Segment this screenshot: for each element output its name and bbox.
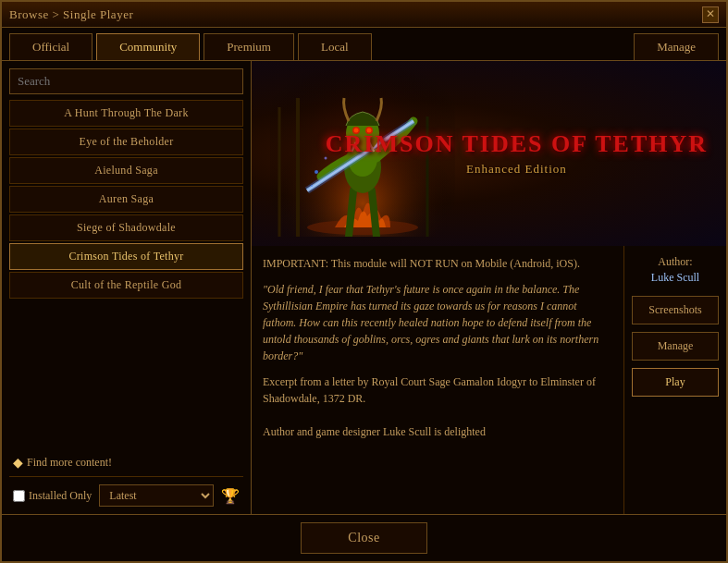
tab-community[interactable]: Community: [96, 33, 200, 60]
close-window-button[interactable]: ✕: [702, 6, 719, 23]
module-item-crimson[interactable]: Crimson Tides of Tethyr: [9, 243, 243, 270]
find-more-icon: ◆: [13, 455, 23, 471]
svg-point-19: [311, 185, 313, 187]
main-content: A Hunt Through The Dark Eye of the Behol…: [2, 61, 726, 514]
installed-only-label: Installed Only: [29, 489, 92, 503]
title-bar: Browse > Single Player ✕: [2, 2, 726, 28]
tab-official[interactable]: Official: [9, 33, 93, 60]
find-more-link[interactable]: ◆ Find more content!: [9, 449, 243, 476]
description-more-text: Author and game designer Luke Scull is d…: [263, 423, 612, 440]
window-title: Browse > Single Player: [9, 7, 133, 22]
author-name: Luke Scull: [651, 271, 699, 285]
module-item-hunt[interactable]: A Hunt Through The Dark: [9, 100, 243, 127]
right-panel: CRIMSON TIDES OF TETHYR Enhanced Edition…: [252, 61, 726, 514]
tab-premium[interactable]: Premium: [204, 33, 294, 60]
module-item-siege[interactable]: Siege of Shadowdale: [9, 214, 243, 241]
close-button[interactable]: Close: [301, 522, 426, 554]
description-italic-text: "Old friend, I fear that Tethyr's future…: [263, 281, 612, 364]
left-panel: A Hunt Through The Dark Eye of the Behol…: [2, 61, 252, 514]
version-select[interactable]: Latest: [99, 484, 214, 507]
installed-only-checkbox-label[interactable]: Installed Only: [13, 489, 92, 503]
installed-only-checkbox[interactable]: [13, 490, 25, 502]
module-item-auren[interactable]: Auren Saga: [9, 186, 243, 213]
tabs-bar: Official Community Premium Local Manage: [2, 28, 726, 61]
module-game-title-line1: CRIMSON TIDES OF TETHYR: [326, 131, 708, 158]
side-scroll-container: IMPORTANT: This module will NOT RUN on M…: [252, 246, 624, 514]
author-label: Author:: [651, 255, 699, 269]
module-title-overlay: CRIMSON TIDES OF TETHYR Enhanced Edition: [326, 131, 708, 177]
module-list: A Hunt Through The Dark Eye of the Behol…: [9, 100, 243, 449]
screenshots-button[interactable]: Screenshots: [632, 296, 719, 324]
side-actions: Author: Luke Scull Screenshots Manage Pl…: [624, 246, 726, 514]
tab-manage[interactable]: Manage: [634, 33, 719, 60]
module-item-beholder[interactable]: Eye of the Beholder: [9, 129, 243, 155]
find-more-label: Find more content!: [27, 456, 112, 470]
module-banner: CRIMSON TIDES OF TETHYR Enhanced Edition: [252, 61, 726, 246]
manage-module-button[interactable]: Manage: [632, 332, 719, 361]
main-window: Browse > Single Player ✕ Official Commun…: [0, 0, 728, 563]
search-input[interactable]: [9, 68, 243, 94]
footer-bar: Close: [2, 514, 726, 561]
module-banner-area: CRIMSON TIDES OF TETHYR Enhanced Edition: [252, 61, 726, 246]
content-area: IMPORTANT: This module will NOT RUN on M…: [252, 246, 726, 514]
warning-text: IMPORTANT: This module will NOT RUN on M…: [263, 255, 612, 272]
description-panel: IMPORTANT: This module will NOT RUN on M…: [252, 246, 624, 514]
svg-point-17: [315, 170, 318, 174]
description-excerpt-text: Excerpt from a letter by Royal Court Sag…: [263, 373, 612, 407]
module-item-cult[interactable]: Cult of the Reptile God: [9, 272, 243, 299]
module-item-aielund[interactable]: Aielund Saga: [9, 157, 243, 184]
module-game-title-line2: Enhanced Edition: [326, 161, 708, 176]
play-button[interactable]: Play: [632, 368, 719, 397]
tab-local[interactable]: Local: [298, 33, 372, 60]
author-section: Author: Luke Scull: [651, 255, 699, 285]
bottom-bar-left: Installed Only Latest 🏆: [9, 476, 243, 514]
trophy-icon: 🏆: [221, 487, 240, 505]
